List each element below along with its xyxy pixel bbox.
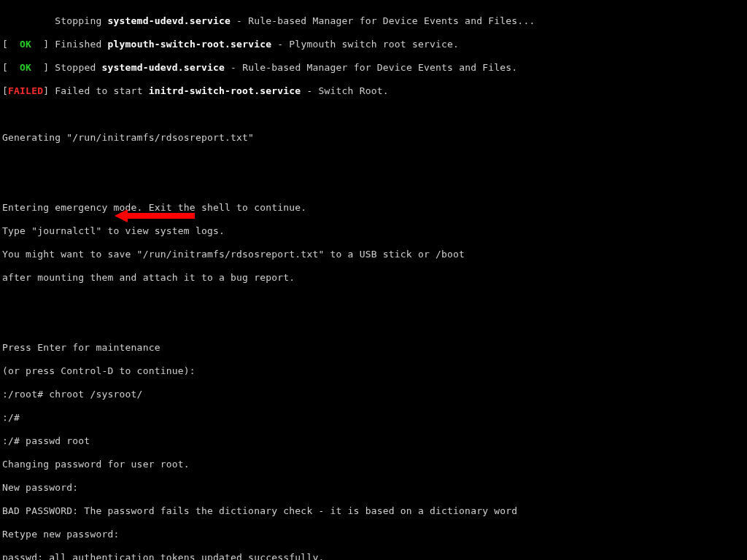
status-ok: OK xyxy=(20,39,31,50)
console-line: :/# xyxy=(0,412,747,424)
service-name: plymouth-switch-root.service xyxy=(108,39,272,50)
console-line: (or press Control-D to continue): xyxy=(0,365,747,377)
console-line: New password: xyxy=(0,482,747,494)
terminal-output[interactable]: Stopping systemd-udevd.service - Rule-ba… xyxy=(0,0,747,560)
console-line: after mounting them and attach it to a b… xyxy=(0,272,747,284)
console-line: Press Enter for maintenance xyxy=(0,342,747,354)
console-line: Type "journalctl" to view system logs. xyxy=(0,225,747,237)
console-line: Generating "/run/initramfs/rdsosreport.t… xyxy=(0,132,747,144)
console-line: Retype new password: xyxy=(0,529,747,540)
console-line xyxy=(0,109,747,120)
console-line: You might want to save "/run/initramfs/r… xyxy=(0,249,747,260)
console-line xyxy=(0,155,747,167)
console-line: Entering emergency mode. Exit the shell … xyxy=(0,202,747,214)
console-line xyxy=(0,319,747,330)
service-name: initrd-switch-root.service xyxy=(149,85,301,96)
console-line: Stopping systemd-udevd.service - Rule-ba… xyxy=(0,15,747,27)
console-line: [ OK ] Stopped systemd-udevd.service - R… xyxy=(0,62,747,74)
console-line: passwd: all authentication tokens update… xyxy=(0,552,747,560)
console-line: Changing password for user root. xyxy=(0,459,747,470)
console-line: [FAILED] Failed to start initrd-switch-r… xyxy=(0,85,747,97)
console-line: :/root# chroot /sysroot/ xyxy=(0,389,747,400)
status-failed: FAILED xyxy=(8,85,43,96)
status-ok: OK xyxy=(20,62,31,73)
console-line: BAD PASSWORD: The password fails the dic… xyxy=(0,505,747,517)
console-line xyxy=(0,295,747,307)
service-name: systemd-udevd.service xyxy=(107,15,231,26)
console-line: [ OK ] Finished plymouth-switch-root.ser… xyxy=(0,39,747,50)
console-line: :/# passwd root xyxy=(0,435,747,447)
service-name: systemd-udevd.service xyxy=(102,62,225,73)
console-line xyxy=(0,179,747,190)
